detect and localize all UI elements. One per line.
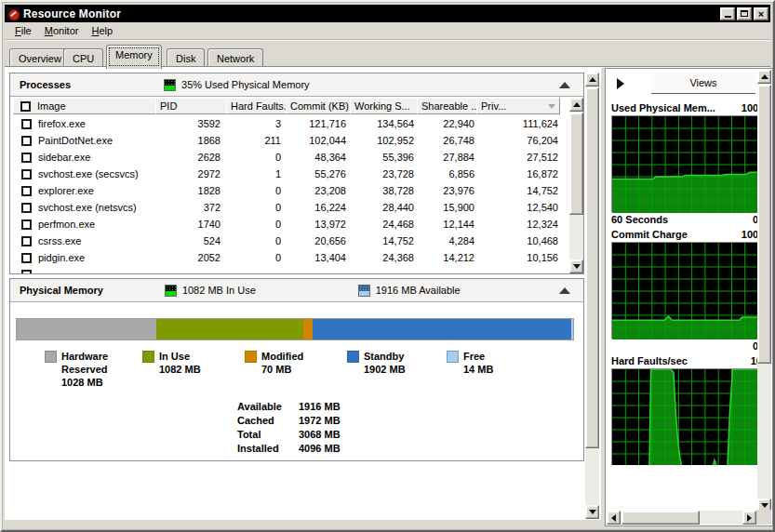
- legend-label: In Use: [159, 350, 201, 363]
- graph-used-physical-mem---: [611, 115, 757, 212]
- process-checkbox[interactable]: [21, 270, 32, 274]
- scroll-thumb[interactable]: [757, 85, 771, 364]
- process-row[interactable]: explorer.exe1828023,20838,72823,97614,75…: [14, 182, 568, 199]
- process-checkbox[interactable]: [21, 236, 32, 246]
- arrow-up-icon: [761, 74, 768, 79]
- process-value-cell: 13,972: [289, 219, 354, 230]
- process-value-cell: 102,952: [354, 135, 422, 146]
- process-value-cell: 23,976: [422, 185, 483, 196]
- process-name: csrss.exe: [38, 235, 81, 246]
- collapse-panel-button[interactable]: [617, 77, 630, 90]
- legend-text: Free14 MB: [463, 350, 493, 376]
- legend-text: Standby1902 MB: [364, 350, 406, 376]
- process-checkbox[interactable]: [21, 169, 32, 180]
- process-value-cell: 23,728: [354, 168, 422, 180]
- scroll-right-button[interactable]: [742, 511, 756, 525]
- menu-bar: FileMonitorHelp: [5, 22, 770, 40]
- legend-value: 1902 MB: [364, 363, 406, 376]
- scroll-thumb[interactable]: [585, 87, 599, 448]
- scroll-up-button[interactable]: [757, 70, 771, 84]
- process-value-cell: 1: [229, 168, 289, 180]
- graphs-panel-vscrollbar[interactable]: [757, 70, 771, 512]
- process-value-cell: 27,512: [483, 152, 567, 163]
- graphs-panel-hscrollbar[interactable]: [607, 511, 756, 525]
- process-table-body: firefox.exe35923121,716134,56422,940111,…: [14, 115, 568, 273]
- process-value-cell: 1828: [157, 185, 229, 196]
- tab-network[interactable]: Network: [207, 48, 263, 68]
- tab-overview[interactable]: Overview: [9, 48, 71, 68]
- menu-item-monitor[interactable]: Monitor: [38, 23, 86, 38]
- column-header-hardfaults[interactable]: Hard Faults...: [226, 98, 287, 114]
- process-name: svchost.exe (netsvcs): [38, 202, 137, 213]
- available-icon: [358, 285, 370, 297]
- process-name: explorer.exe: [38, 185, 94, 196]
- column-header-priv[interactable]: Priv...: [476, 98, 560, 114]
- column-header-commitkb[interactable]: Commit (KB): [286, 98, 351, 114]
- process-value-cell: 38,728: [354, 185, 422, 196]
- tab-cpu[interactable]: CPU: [63, 48, 103, 68]
- memory-stat-row: Available1916 MB: [237, 400, 341, 414]
- scroll-up-button[interactable]: [585, 73, 599, 86]
- bar-segment-in-use: [156, 319, 303, 339]
- scroll-down-button[interactable]: [585, 505, 599, 519]
- process-name: perfmon.exe: [38, 219, 95, 230]
- process-row[interactable]: svchost.exe (secsvcs)2972155,27623,7286,…: [14, 166, 568, 182]
- stat-value: 4096 MB: [299, 442, 341, 456]
- scroll-down-button[interactable]: [569, 259, 583, 273]
- legend-swatch: [347, 351, 359, 363]
- process-value-cell: 10,156: [483, 252, 567, 263]
- tab-memory[interactable]: Memory: [106, 45, 162, 69]
- sort-descending-icon: [548, 104, 555, 109]
- menu-item-help[interactable]: Help: [85, 23, 119, 38]
- minimize-button[interactable]: [720, 7, 735, 20]
- process-checkbox[interactable]: [21, 203, 32, 213]
- collapse-physical-memory-button[interactable]: [559, 287, 570, 294]
- process-value-cell: 211: [229, 135, 289, 146]
- graph-footer-left: 60 Seconds: [611, 212, 668, 227]
- select-all-checkbox[interactable]: [20, 101, 31, 112]
- process-row-partial[interactable]: [14, 266, 568, 273]
- process-checkbox[interactable]: [21, 153, 32, 163]
- close-button[interactable]: ×: [754, 7, 768, 20]
- tab-disk[interactable]: Disk: [167, 48, 205, 68]
- process-checkbox[interactable]: [21, 253, 32, 263]
- process-checkbox[interactable]: [21, 136, 32, 146]
- column-header-image[interactable]: Image: [13, 98, 156, 114]
- column-header-pid[interactable]: PID: [155, 98, 227, 114]
- legend-value: 14 MB: [463, 363, 493, 376]
- collapse-processes-button[interactable]: [559, 82, 570, 88]
- graph-title: Commit Charge: [611, 227, 688, 242]
- process-value-cell: 15,900: [422, 202, 483, 213]
- column-label: Hard Faults...: [231, 100, 287, 112]
- legend-item: In Use1082 MB: [142, 350, 201, 376]
- process-row[interactable]: PaintDotNet.exe1868211102,044102,95226,7…: [14, 132, 568, 149]
- process-row[interactable]: perfmon.exe1740013,97224,46812,14412,324: [14, 216, 568, 233]
- process-row[interactable]: pidgin.exe2052013,40424,36814,21210,156: [14, 249, 568, 266]
- legend-item: Free14 MB: [447, 350, 493, 376]
- process-checkbox[interactable]: [21, 219, 32, 230]
- process-value-cell: 55,396: [354, 152, 422, 163]
- views-button[interactable]: Views: [651, 73, 755, 94]
- menu-item-file[interactable]: File: [8, 23, 38, 38]
- process-checkbox[interactable]: [21, 186, 32, 196]
- process-value-cell: 55,276: [289, 168, 354, 180]
- graph-title: Hard Faults/sec: [611, 353, 688, 368]
- process-name: pidgin.exe: [38, 252, 85, 263]
- scroll-thumb[interactable]: [621, 511, 700, 525]
- process-row[interactable]: csrss.exe524020,65614,7524,28410,468: [14, 233, 568, 249]
- process-row[interactable]: sidebar.exe2628048,36455,39627,88427,512: [14, 149, 568, 166]
- legend-value: 70 MB: [261, 363, 303, 376]
- scroll-up-button[interactable]: [569, 98, 583, 112]
- scroll-left-button[interactable]: [607, 511, 621, 525]
- scroll-thumb[interactable]: [569, 113, 583, 215]
- process-row[interactable]: firefox.exe35923121,716134,56422,940111,…: [14, 115, 568, 132]
- column-header-shareable[interactable]: Shareable ...: [417, 98, 477, 114]
- left-panel-scrollbar[interactable]: [585, 73, 599, 519]
- legend-text: Hardware Reserved1028 MB: [61, 350, 128, 389]
- process-checkbox[interactable]: [21, 119, 32, 129]
- maximize-button[interactable]: [737, 7, 752, 20]
- arrow-right-icon: [747, 514, 752, 522]
- column-header-workings[interactable]: Working S...: [350, 98, 418, 114]
- process-row[interactable]: svchost.exe (netsvcs)372016,22428,44015,…: [14, 199, 568, 216]
- process-table-scrollbar[interactable]: [569, 98, 583, 273]
